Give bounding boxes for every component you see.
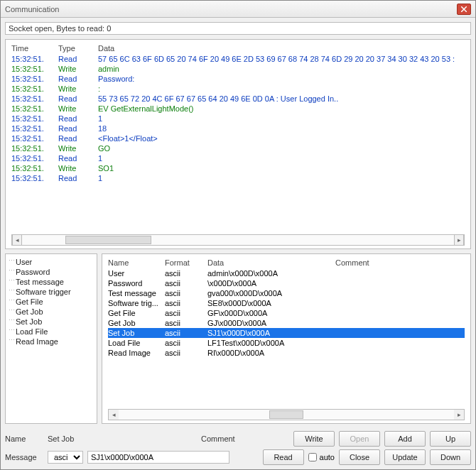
open-button[interactable]: Open xyxy=(339,431,380,447)
scroll-track[interactable] xyxy=(22,235,454,245)
log-row[interactable]: 15:32:51.Read18 xyxy=(11,124,465,133)
td-data: RI\x000D\x000A xyxy=(207,349,335,357)
log-time: 15:32:51. xyxy=(11,94,58,103)
log-hscroll[interactable]: ◂ ▸ xyxy=(11,234,465,246)
td-data: GJ\x000D\x000A xyxy=(207,319,335,327)
log-data: Password: xyxy=(98,75,465,83)
td-data: gva000\x000D\x000A xyxy=(207,289,335,297)
log-data: 57 65 6C 63 6F 6D 65 20 74 6F 20 49 6E 2… xyxy=(98,55,465,63)
tree-item[interactable]: Read Image xyxy=(9,337,94,346)
name-label: Name xyxy=(5,435,43,443)
tree-item[interactable]: Software trigger xyxy=(9,287,94,297)
table-row[interactable]: Get JobasciiGJ\x000D\x000A xyxy=(108,318,465,328)
th-format: Format xyxy=(165,258,207,267)
auto-checkbox[interactable] xyxy=(308,453,317,461)
log-type: Write xyxy=(58,164,98,173)
close-window-button[interactable] xyxy=(457,4,471,15)
table-row[interactable]: Test messageasciigva000\x000D\x000A xyxy=(108,288,465,298)
write-button[interactable]: Write xyxy=(293,431,335,447)
log-row[interactable]: 15:32:51.Read1 xyxy=(11,173,465,183)
th-name: Name xyxy=(108,258,165,267)
tree-item[interactable]: Get Job xyxy=(9,307,94,317)
log-type: Read xyxy=(58,154,98,163)
log-time: 15:32:51. xyxy=(11,75,58,83)
th-data: Data xyxy=(207,258,335,267)
communication-window: Communication Socket open, Bytes to read… xyxy=(0,0,476,470)
close-button[interactable]: Close xyxy=(339,449,380,465)
td-name: Read Image xyxy=(108,349,165,357)
table-hscroll[interactable]: ◂ ▸ xyxy=(108,409,465,420)
log-row[interactable]: 15:32:51.WriteGO xyxy=(11,143,465,153)
tree-item[interactable]: Load File xyxy=(9,327,94,337)
td-data: SE8\x000D\x000A xyxy=(207,299,335,307)
scroll-left-icon[interactable]: ◂ xyxy=(109,410,119,420)
scroll-right-icon[interactable]: ▸ xyxy=(454,235,464,245)
log-data: 18 xyxy=(98,124,465,133)
scroll-right-icon[interactable]: ▸ xyxy=(454,410,464,420)
td-format: ascii xyxy=(165,309,207,317)
table-row[interactable]: Read ImageasciiRI\x000D\x000A xyxy=(108,348,465,358)
log-row[interactable]: 15:32:51.Read1 xyxy=(11,114,465,124)
log-row[interactable]: 15:32:51.Read<Float>1</Float> xyxy=(11,133,465,143)
log-row[interactable]: 15:32:51.WriteEV GetExternalLightMode() xyxy=(11,104,465,114)
td-name: Test message xyxy=(108,289,165,297)
log-row[interactable]: 15:32:51.Read1 xyxy=(11,153,465,163)
log-data: 55 73 65 72 20 4C 6F 67 67 65 64 20 49 6… xyxy=(98,94,465,103)
td-format: ascii xyxy=(165,269,207,278)
log-row[interactable]: 15:32:51.WriteSO1 xyxy=(11,163,465,173)
td-data: LF1Test\x000D\x000A xyxy=(207,339,335,347)
down-button[interactable]: Down xyxy=(430,449,471,465)
table-row[interactable]: Software trig...asciiSE8\x000D\x000A xyxy=(108,298,465,308)
comment-label: Comment xyxy=(201,435,241,443)
th-comment: Comment xyxy=(335,258,465,267)
tree-item[interactable]: Get File xyxy=(9,297,94,307)
tree-item[interactable]: User xyxy=(9,257,94,267)
scroll-left-icon[interactable]: ◂ xyxy=(12,235,22,245)
td-comment xyxy=(335,269,465,278)
update-button[interactable]: Update xyxy=(384,449,426,465)
log-data: 1 xyxy=(98,154,465,163)
log-type: Write xyxy=(58,84,98,93)
scroll-track[interactable] xyxy=(119,410,454,420)
log-header-type: Type xyxy=(58,44,98,53)
log-panel: Time Type Data 15:32:51.Read57 65 6C 63 … xyxy=(5,39,471,249)
log-type: Write xyxy=(58,65,98,73)
table-row[interactable]: Load FileasciiLF1Test\x000D\x000A xyxy=(108,338,465,348)
log-row[interactable]: 15:32:51.ReadPassword: xyxy=(11,74,465,84)
tree-item[interactable]: Password xyxy=(9,267,94,277)
td-format: ascii xyxy=(165,339,207,347)
table-row[interactable]: Get FileasciiGF\x000D\x000A xyxy=(108,308,465,318)
name-value: Set Job xyxy=(48,435,197,443)
td-format: ascii xyxy=(165,299,207,307)
log-row[interactable]: 15:32:51.Write: xyxy=(11,84,465,94)
up-button[interactable]: Up xyxy=(430,431,471,447)
format-select[interactable]: ascii xyxy=(48,451,83,464)
table-row[interactable]: Set JobasciiSJ1\x000D\x000A xyxy=(108,328,465,338)
table-header: Name Format Data Comment xyxy=(108,257,465,268)
log-data: EV GetExternalLightMode() xyxy=(98,104,465,113)
scroll-thumb[interactable] xyxy=(65,236,152,244)
log-data: admin xyxy=(98,65,465,73)
log-data: SO1 xyxy=(98,164,465,173)
log-data: 1 xyxy=(98,174,465,182)
log-row[interactable]: 15:32:51.Writeadmin xyxy=(11,64,465,74)
td-name: User xyxy=(108,269,165,278)
log-time: 15:32:51. xyxy=(11,164,58,173)
log-data: <Float>1</Float> xyxy=(98,134,465,143)
add-button[interactable]: Add xyxy=(384,431,426,447)
log-type: Read xyxy=(58,114,98,123)
tree-item[interactable]: Test message xyxy=(9,277,94,287)
log-row[interactable]: 15:32:51.Read57 65 6C 63 6F 6D 65 20 74 … xyxy=(11,54,465,64)
tree-item[interactable]: Set Job xyxy=(9,317,94,327)
table-row[interactable]: Userasciiadmin\x000D\x000A xyxy=(108,268,465,278)
log-type: Read xyxy=(58,124,98,133)
log-row[interactable]: 15:32:51.Read55 73 65 72 20 4C 6F 67 67 … xyxy=(11,94,465,104)
log-type: Read xyxy=(58,55,98,63)
read-button[interactable]: Read xyxy=(263,449,304,465)
table-row[interactable]: Passwordascii\x000D\x000A xyxy=(108,278,465,288)
log-header-time: Time xyxy=(11,44,58,53)
message-input[interactable] xyxy=(87,451,229,464)
td-data: GF\x000D\x000A xyxy=(207,309,335,317)
td-name: Software trig... xyxy=(108,299,165,307)
scroll-thumb[interactable] xyxy=(269,410,303,419)
